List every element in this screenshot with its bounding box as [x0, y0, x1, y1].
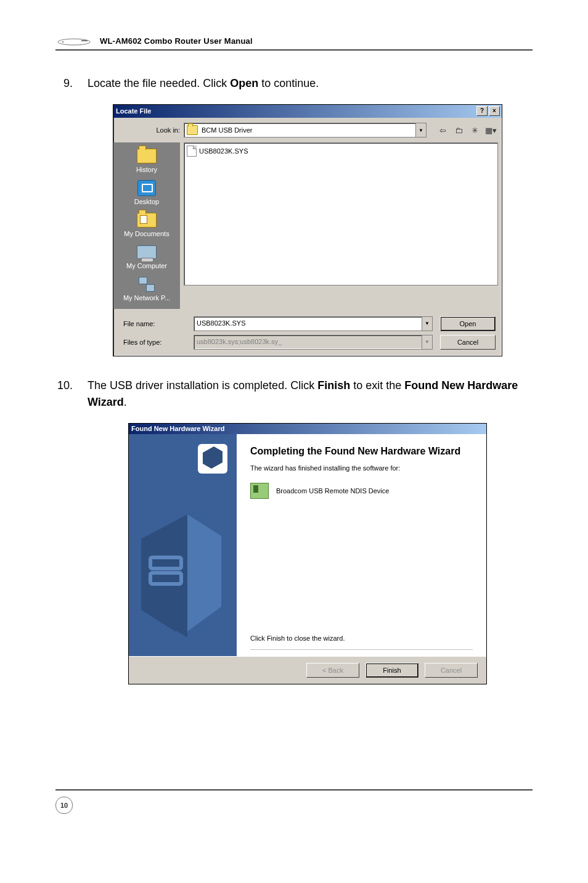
place-history[interactable]: History — [113, 146, 180, 177]
page-number: 10 — [55, 797, 73, 814]
up-folder-icon[interactable]: 🗀 — [452, 124, 465, 136]
wizard-side-graphic — [129, 434, 237, 656]
place-documents-label: My Documents — [124, 230, 169, 237]
lookin-label: Look in: — [118, 126, 180, 134]
folder-icon — [187, 125, 198, 135]
locate-titlebar[interactable]: Locate File ? × — [113, 105, 502, 118]
step-9-text: Locate the file needed. Click Open to co… — [88, 75, 319, 92]
network-icon — [137, 277, 156, 292]
places-bar: History Desktop My Documents My Com — [113, 142, 180, 309]
dropdown-arrow-icon[interactable]: ▼ — [415, 123, 426, 137]
step-10-mid: to exit the — [350, 379, 404, 392]
wizard-button-bar: < Back Finish Cancel — [129, 656, 486, 684]
filetype-value: usb8023k.sys;usb8023k.sy_ — [197, 338, 282, 345]
file-list[interactable]: USB8023K.SYS — [184, 142, 498, 285]
place-documents[interactable]: My Documents — [113, 210, 180, 241]
place-network-label: My Network P... — [123, 294, 170, 302]
page-header: WL-AM602 Combo Router User Manual — [55, 35, 533, 51]
locate-file-dialog: Locate File ? × Look in: BCM USB Driver … — [113, 104, 502, 356]
locate-title: Locate File — [116, 107, 151, 115]
cancel-button[interactable]: Cancel — [440, 335, 496, 350]
place-computer-label: My Computer — [126, 262, 167, 269]
step-10-bold1: Finish — [317, 379, 350, 392]
dropdown-arrow-icon[interactable]: ▼ — [422, 317, 432, 331]
lookin-value: BCM USB Driver — [202, 126, 253, 134]
step-9-bold: Open — [230, 77, 258, 89]
step-9-number: 9. — [55, 75, 73, 92]
step-10: 10. The USB driver installation is compl… — [55, 377, 533, 411]
filetype-field: usb8023k.sys;usb8023k.sy_ ▼ — [194, 335, 433, 350]
step-10-post: . — [124, 396, 127, 408]
footer-rule — [55, 789, 533, 791]
step-9-post: to continue. — [258, 77, 319, 89]
sys-file-icon — [187, 146, 197, 157]
svg-rect-1 — [81, 40, 88, 41]
new-folder-icon[interactable]: ✳ — [468, 124, 481, 136]
step-10-number: 10. — [55, 377, 73, 411]
manual-page: WL-AM602 Combo Router User Manual 9. Loc… — [0, 0, 588, 839]
views-icon[interactable]: ▦▾ — [484, 124, 497, 136]
back-icon[interactable]: ⇦ — [436, 124, 449, 136]
computer-icon — [137, 245, 157, 259]
dropdown-arrow-icon: ▼ — [422, 335, 432, 349]
wizard-close-hint: Click Finish to close the wizard. — [250, 635, 473, 650]
file-item[interactable]: USB8023K.SYS — [187, 146, 495, 157]
finish-button[interactable]: Finish — [365, 663, 419, 678]
place-desktop-label: Desktop — [134, 198, 159, 205]
step-9-pre: Locate the file needed. Click — [88, 77, 230, 89]
lookin-combo[interactable]: BCM USB Driver ▼ — [184, 123, 427, 138]
filename-field[interactable]: USB8023K.SYS ▼ — [194, 316, 433, 331]
place-desktop[interactable]: Desktop — [113, 178, 180, 209]
open-button[interactable]: Open — [440, 316, 496, 331]
desktop-icon — [137, 180, 156, 196]
place-history-label: History — [136, 166, 157, 173]
wizard-titlebar[interactable]: Found New Hardware Wizard — [129, 424, 486, 434]
device-icon — [250, 483, 269, 499]
place-network[interactable]: My Network P... — [113, 274, 180, 305]
toolbar-icons: ⇦ 🗀 ✳ ▦▾ — [430, 124, 497, 136]
figure-locate-file: Locate File ? × Look in: BCM USB Driver … — [83, 104, 533, 356]
history-icon — [137, 149, 157, 163]
close-button[interactable]: × — [489, 106, 500, 116]
back-button: < Back — [306, 663, 359, 678]
wizard-heading: Completing the Found New Hardware Wizard — [250, 445, 473, 458]
step-10-pre: The USB driver installation is completed… — [88, 379, 317, 392]
router-icon — [55, 35, 92, 47]
documents-icon — [137, 213, 157, 228]
figure-wizard: Found New Hardware Wizard — [83, 423, 533, 684]
wizard-title: Found New Hardware Wizard — [131, 425, 224, 432]
svg-point-2 — [62, 41, 63, 43]
help-button[interactable]: ? — [476, 106, 488, 116]
wizard-subtext: The wizard has finished installing the s… — [250, 464, 473, 472]
place-computer[interactable]: My Computer — [113, 242, 180, 273]
step-10-text: The USB driver installation is completed… — [88, 377, 533, 411]
file-item-label: USB8023K.SYS — [199, 147, 248, 155]
step-9: 9. Locate the file needed. Click Open to… — [55, 75, 533, 92]
filetype-label: Files of type: — [120, 339, 186, 346]
wizard-art-icon — [129, 434, 237, 656]
filename-label: File name: — [120, 320, 186, 327]
filename-value: USB8023K.SYS — [197, 319, 246, 327]
found-new-hardware-wizard: Found New Hardware Wizard — [128, 423, 487, 684]
device-name: Broadcom USB Remote NDIS Device — [276, 487, 389, 495]
manual-title: WL-AM602 Combo Router User Manual — [100, 36, 253, 46]
cancel-button: Cancel — [425, 663, 478, 678]
